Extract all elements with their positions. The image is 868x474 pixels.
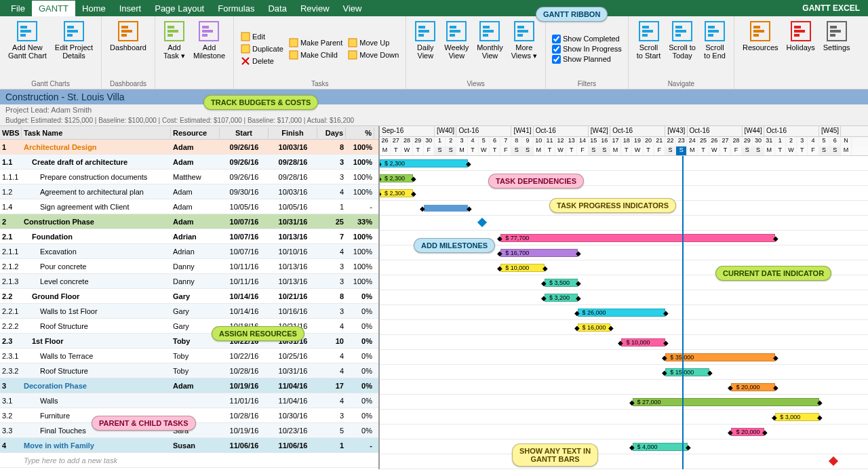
menu-review[interactable]: Review <box>294 1 336 16</box>
filter-check[interactable]: Show Planned <box>550 54 624 64</box>
ribbon-icon <box>163 20 185 42</box>
gantt-bar[interactable]: ◆$ 2,300◆ <box>380 174 413 182</box>
ribbon-btn[interactable]: Edit ProjectDetails <box>51 19 97 79</box>
task-row[interactable]: 1.1Create draft of architectureAdam09/26… <box>0 155 378 170</box>
ribbon-btn[interactable]: MoreViews ▾ <box>507 19 541 79</box>
ribbon-btn[interactable]: DailyView <box>410 19 440 79</box>
small-icon <box>348 50 357 60</box>
gantt-bar[interactable]: ◆$ 77,700◆ <box>500 234 775 242</box>
small-icon <box>348 38 357 47</box>
menu-formulas[interactable]: Formulas <box>211 1 261 16</box>
callout-parent-child: PARENT & CHILD TASKS <box>92 416 196 431</box>
svg-rect-31 <box>450 26 456 28</box>
task-row[interactable]: 1Architectural DesignAdam09/26/1610/03/1… <box>0 140 378 155</box>
menu-gantt[interactable]: GANTT <box>32 1 75 16</box>
ribbon-small-btn[interactable]: Edit <box>238 31 286 43</box>
gantt-bar[interactable]: ◆$ 26,000◆ <box>578 309 666 317</box>
task-row[interactable]: 3Decoration PhaseAdam10/19/1611/04/16170… <box>0 378 378 393</box>
gantt-row: ◆$ 2,300◆ <box>380 171 868 186</box>
ribbon-small-btn[interactable]: Make Parent <box>286 37 345 49</box>
svg-rect-28 <box>418 30 429 33</box>
ribbon-small-btn[interactable]: Duplicate <box>238 43 286 55</box>
menu-file[interactable]: File <box>4 1 32 16</box>
task-row[interactable]: 2.2.2Roof StructureGary10/18/1610/21/164… <box>0 319 378 334</box>
new-task-input[interactable]: Type here to add a new task <box>22 456 171 465</box>
project-title: Construction - St. Louis Villa <box>0 90 868 104</box>
gantt-bar[interactable]: ◆$ 16,700◆ <box>500 249 577 257</box>
task-row[interactable]: 2.1.1ExcavationAdrian10/07/1610/10/16410… <box>0 244 378 259</box>
gantt-bar[interactable]: ◆$ 2,300◆ <box>380 159 468 167</box>
ribbon-btn[interactable]: Scrollto End <box>700 19 730 79</box>
task-row[interactable]: 2.2Ground FloorGary10/14/1610/21/1680% <box>0 289 378 304</box>
gantt-bar[interactable]: ◆$ 20,000◆ <box>731 428 764 436</box>
menu-page layout[interactable]: Page Layout <box>148 1 211 16</box>
menu-view[interactable]: View <box>336 1 369 16</box>
gantt-bar[interactable]: ◆$ 3,000◆ <box>775 413 819 421</box>
ribbon-btn[interactable]: AddTask ▾ <box>159 19 189 86</box>
gantt-bar[interactable]: ◆$ 27,000◆ <box>633 398 819 406</box>
ribbon-btn[interactable]: Dashboard <box>106 19 151 79</box>
small-icon <box>289 38 298 47</box>
svg-rect-41 <box>517 34 523 37</box>
ribbon-btn[interactable]: WeeklyView <box>440 19 473 79</box>
gantt-bar[interactable]: ◆$ 10,000◆ <box>500 264 545 272</box>
gantt-row: ◆$ 20,000◆ <box>380 424 868 439</box>
ribbon-btn[interactable]: Scrollto Start <box>633 19 665 79</box>
brand: GANTT EXCEL <box>802 3 864 13</box>
task-row[interactable]: 2.1.3Level concreteDanny10/11/1610/13/16… <box>0 274 378 289</box>
task-row[interactable]: 4Move in with FamilySusan11/06/1611/06/1… <box>0 438 378 453</box>
small-icon <box>241 56 250 66</box>
ribbon-btn[interactable]: Holidays <box>783 19 819 86</box>
ribbon-btn[interactable]: Resources <box>738 19 783 86</box>
task-row[interactable]: 2.2.1Walls to 1st FloorGary10/14/1610/16… <box>0 304 378 319</box>
task-row[interactable]: 2.3.1Walls to TerraceToby10/22/1610/25/1… <box>0 349 378 363</box>
task-row[interactable]: 2.1FoundationAdrian10/07/1610/13/167100% <box>0 229 378 244</box>
gantt-bar[interactable]: ◆$ 20,000◆ <box>731 383 775 391</box>
gantt-bar[interactable]: ◆◆ <box>424 205 468 212</box>
ribbon-icon <box>513 20 535 42</box>
task-row[interactable]: 2.3.2Roof StructureToby10/28/1610/31/164… <box>0 363 378 378</box>
svg-rect-7 <box>67 34 73 37</box>
menu-home[interactable]: Home <box>75 1 113 16</box>
gantt-bar[interactable]: ◆$ 16,000◆ <box>578 323 611 332</box>
gantt-bar[interactable]: ◆$ 2,300◆ <box>380 189 413 197</box>
ribbon-btn[interactable]: AddMilestone <box>189 19 229 86</box>
menu-data[interactable]: Data <box>261 1 293 16</box>
milestone-icon[interactable] <box>829 456 838 466</box>
ribbon-btn[interactable]: Settings <box>819 19 854 86</box>
ribbon-btn[interactable]: Scroll toToday <box>665 19 700 79</box>
task-row[interactable]: 1.1.1Prepare construction documentsMatth… <box>0 170 378 184</box>
svg-rect-18 <box>202 30 213 33</box>
gantt-row <box>380 216 868 231</box>
task-row[interactable]: 1.4Sign agreement with ClientAdam10/05/1… <box>0 199 378 214</box>
svg-rect-6 <box>67 30 78 33</box>
milestone-icon[interactable] <box>477 218 487 227</box>
filter-check[interactable]: Show Completed <box>550 34 624 44</box>
svg-rect-20 <box>241 33 250 41</box>
task-row[interactable]: 1.2Agreement to architectural planAdam09… <box>0 184 378 199</box>
task-row[interactable]: 2Construction PhaseAdam10/07/1610/31/162… <box>0 214 378 229</box>
task-row[interactable]: 2.1.2Pour concreteDanny10/11/1610/13/163… <box>0 259 378 274</box>
ribbon-btn[interactable]: Add NewGantt Chart <box>4 19 51 79</box>
gantt-bar[interactable]: ◆$ 15,000◆ <box>665 368 709 376</box>
task-row[interactable]: 3.1Walls11/01/1611/04/1640% <box>0 393 378 408</box>
gantt-row <box>380 454 868 469</box>
menu-insert[interactable]: Insert <box>113 1 149 16</box>
ribbon-small-btn[interactable]: Move Down <box>345 49 401 61</box>
gantt-bar[interactable]: ◆$ 10,000◆ <box>621 338 665 347</box>
gantt-bar[interactable]: ◆$ 3,200◆ <box>545 294 578 302</box>
gantt-bar[interactable]: ◆$ 4,000◆ <box>633 443 688 451</box>
ribbon-small-btn[interactable]: Delete <box>238 55 286 67</box>
gantt-bar[interactable]: ◆$ 3,500◆ <box>545 279 578 287</box>
ribbon-icon <box>446 20 467 42</box>
gantt-row: ◆$ 20,000◆ <box>380 380 868 395</box>
svg-rect-1 <box>20 26 27 28</box>
ribbon-small-btn[interactable]: Make Child <box>286 49 345 61</box>
svg-rect-51 <box>708 26 715 28</box>
filter-check[interactable]: Show In Progress <box>550 44 624 54</box>
task-row[interactable]: 2.31st FloorToby10/22/1610/31/16100% <box>0 334 378 349</box>
ribbon-small-btn[interactable]: Move Up <box>345 37 401 49</box>
gantt-row: ◆$ 35,000◆ <box>380 350 868 365</box>
ribbon-btn[interactable]: MonthlyView <box>473 19 507 79</box>
ribbon-icon <box>704 20 726 42</box>
